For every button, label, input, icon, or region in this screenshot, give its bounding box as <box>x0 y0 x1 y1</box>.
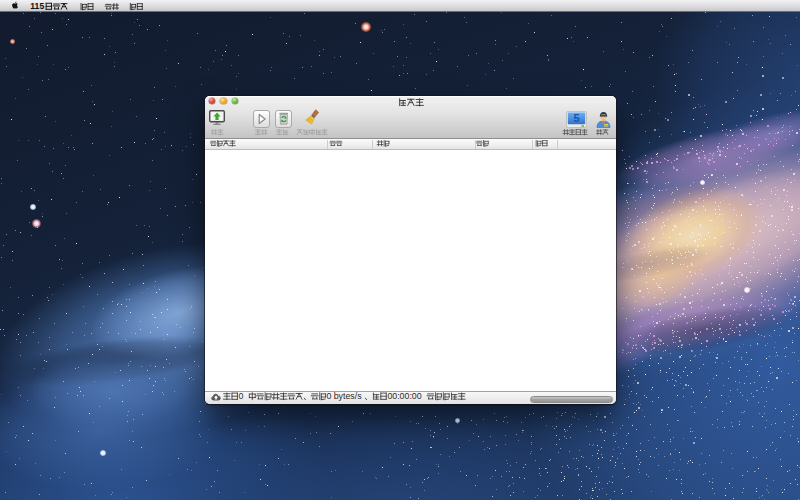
svg-text:00:00:00: 00:00:00 <box>387 392 421 402</box>
svg-text:115: 115 <box>30 1 44 11</box>
svg-text:0 bytes/s: 0 bytes/s <box>326 392 362 402</box>
svg-text:0: 0 <box>239 392 244 402</box>
svg-text:5: 5 <box>573 112 579 124</box>
